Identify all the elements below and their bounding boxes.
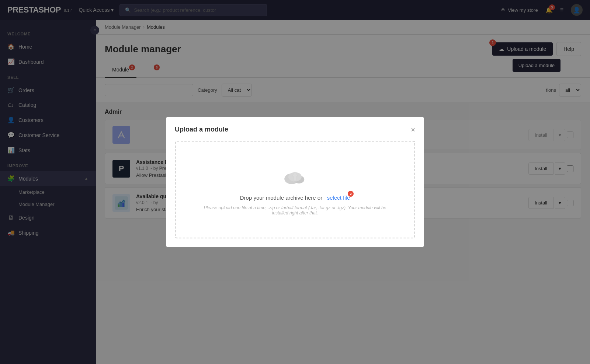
select-file-link[interactable]: select file 2 xyxy=(326,195,350,201)
drop-text: Drop your module archive here or select … xyxy=(240,195,350,201)
upload-cloud-svg-icon xyxy=(282,164,308,190)
drop-zone[interactable]: Drop your module archive here or select … xyxy=(175,141,415,238)
modal-close-btn[interactable]: × xyxy=(411,126,415,133)
drop-text-label: Drop your module archive here or xyxy=(240,195,322,201)
select-file-label: select file xyxy=(327,195,350,201)
drop-hint: Please upload one file at a time, .zip o… xyxy=(203,205,387,216)
modal-title: Upload a module xyxy=(175,126,228,133)
select-file-badge: 2 xyxy=(348,191,354,197)
modal-header: Upload a module × xyxy=(175,126,415,133)
modal-overlay[interactable]: Upload a module × Drop your module archi… xyxy=(0,0,590,364)
upload-module-modal: Upload a module × Drop your module archi… xyxy=(166,117,424,247)
